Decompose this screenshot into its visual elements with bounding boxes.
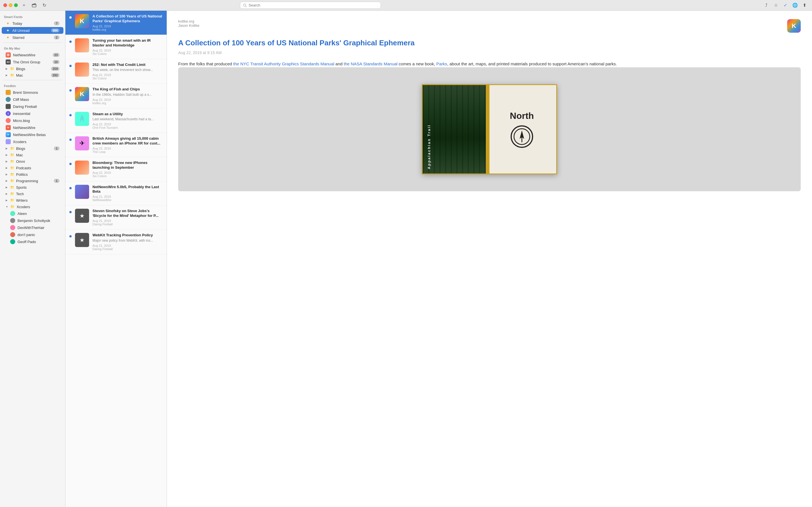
omni-avatar: ●● bbox=[6, 59, 11, 64]
titlebar: ＋ ↻ ⤴ ☆ ✓ 🌐 ⬆ bbox=[0, 0, 812, 11]
sidebar-item-writers[interactable]: ▶ 📁 Writers bbox=[2, 197, 63, 203]
article-excerpt-4: In the 1960s, Haddon Salt built up a s..… bbox=[93, 93, 163, 97]
unread-dot-8 bbox=[69, 187, 71, 189]
article-content-4: The King of Fish and Chips In the 1960s,… bbox=[93, 87, 163, 105]
add-button[interactable]: ＋ bbox=[20, 1, 28, 9]
sidebar-item-politics[interactable]: ▶ 📁 Politics bbox=[2, 171, 63, 177]
sidebar-item-blogs[interactable]: ▶ 📁 Blogs 259 bbox=[2, 66, 63, 72]
article-item-4[interactable]: K The King of Fish and Chips In the 1960… bbox=[65, 83, 167, 108]
refresh-button[interactable]: ↻ bbox=[40, 1, 48, 9]
blogs-folder-icon: 📁 bbox=[10, 66, 14, 71]
article-source-7: Six Colors bbox=[93, 174, 163, 178]
article-source-3: Six Colors bbox=[93, 76, 163, 80]
article-meta-7: Aug 22, 2019 bbox=[93, 171, 163, 174]
omni-label: The Omni Group bbox=[13, 60, 50, 64]
sidebar-item-xcoders[interactable]: Xcoders bbox=[2, 138, 63, 145]
mac-arrow: ▶ bbox=[6, 74, 8, 76]
close-button[interactable] bbox=[3, 3, 7, 7]
sidebar-item-omni[interactable]: ●● The Omni Group 10 bbox=[2, 59, 63, 65]
article-meta-9: Aug 21, 2019 bbox=[93, 219, 163, 223]
sidebar-item-devwith[interactable]: DevWithTheHair bbox=[2, 224, 63, 231]
today-count: 7 bbox=[54, 21, 59, 25]
netnewswire-label: NetNewsWire bbox=[13, 53, 50, 57]
sidebar-item-blogs2[interactable]: ▶ 📁 Blogs 1 bbox=[2, 145, 63, 152]
programming-arrow: ▶ bbox=[6, 179, 8, 182]
article-thumb-1: K bbox=[75, 14, 89, 28]
unread-dot-6 bbox=[69, 138, 71, 141]
sidebar-item-all-unread[interactable]: ✦ All Unread 586 bbox=[2, 27, 63, 34]
article-item-8[interactable]: NetNewsWire 5.0b5, Probably the Last Bet… bbox=[65, 181, 167, 206]
article-item-3[interactable]: 252: Not with That Credit Limit This wee… bbox=[65, 59, 167, 83]
devwith-avatar bbox=[10, 225, 15, 230]
podcasts-folder-icon: 📁 bbox=[10, 166, 14, 170]
mac2-folder-icon: 📁 bbox=[10, 153, 14, 157]
sidebar-item-brent[interactable]: Brent Simmons bbox=[2, 89, 63, 96]
blogs2-arrow: ▶ bbox=[6, 147, 8, 150]
smart-feeds-header: Smart Feeds bbox=[0, 13, 65, 20]
sidebar-item-netnewswire2[interactable]: NetNewsWire bbox=[2, 124, 63, 131]
mac-label: Mac bbox=[16, 73, 49, 77]
share-button[interactable]: ⬆ bbox=[801, 1, 809, 9]
sidebar-item-inessential[interactable]: i inessential bbox=[2, 110, 63, 117]
article-item-7[interactable]: Bloomberg: Three new iPhones launching i… bbox=[65, 157, 167, 181]
sports-label: Sports bbox=[16, 185, 59, 189]
detail-title: A Collection of 100 Years of US National… bbox=[178, 38, 801, 48]
search-input[interactable] bbox=[249, 3, 378, 7]
sidebar-item-mac[interactable]: ▶ 📁 Mac 292 bbox=[2, 72, 63, 78]
article-content-5: Steam as a Utility Last weekend, Massach… bbox=[93, 112, 163, 129]
article-thumb-9: ★ bbox=[75, 209, 89, 223]
share-back-button[interactable]: ⤴ bbox=[762, 1, 770, 9]
article-item-6[interactable]: ✈ British Airways giving all 15,000 cabi… bbox=[65, 133, 167, 157]
aleen-label: Aleen bbox=[17, 212, 59, 216]
search-icon bbox=[243, 3, 247, 7]
open-browser-button[interactable]: 🌐 bbox=[791, 1, 799, 9]
sidebar-item-tech[interactable]: ▶ 📁 Tech bbox=[2, 191, 63, 197]
article-source-6: The Loop bbox=[93, 150, 163, 154]
sidebar-item-benjamin[interactable]: Benjamin Scholtysik bbox=[2, 217, 63, 224]
detail-author: Jason Kottke bbox=[178, 23, 199, 27]
sidebar-item-netnewsbeta[interactable]: NetNewsWire Betas bbox=[2, 131, 63, 138]
xcoders-label: Xcoders bbox=[13, 140, 59, 144]
article-meta-3: Aug 22, 2019 bbox=[93, 73, 163, 76]
brent-label: Brent Simmons bbox=[13, 91, 59, 95]
sidebar-item-today[interactable]: ✦ Today 7 bbox=[2, 20, 63, 27]
detail-link-1[interactable]: the NYC Transit Authority Graphics Stand… bbox=[233, 61, 335, 66]
sidebar-item-podcasts[interactable]: ▶ 📁 Podcasts bbox=[2, 165, 63, 171]
article-item-10[interactable]: ★ WebKit Tracking Prevention Policy Majo… bbox=[65, 230, 167, 254]
sidebar-item-starred[interactable]: ✦ Starred 2 bbox=[2, 34, 63, 41]
article-source-10: Daring Fireball bbox=[93, 247, 163, 251]
article-title-6: British Airways giving all 15,000 cabin … bbox=[93, 136, 163, 146]
sidebar-item-mac2[interactable]: ▶ 📁 Mac bbox=[2, 152, 63, 158]
star-button[interactable]: ☆ bbox=[772, 1, 780, 9]
blogs2-label: Blogs bbox=[16, 147, 52, 151]
detail-site: kottke.org bbox=[178, 19, 199, 23]
article-item-9[interactable]: ★ Steven Sinofsky on Steve Jobs's 'Bicyc… bbox=[65, 205, 167, 230]
appalachian-trail-text: Appalachian Trail bbox=[427, 124, 431, 169]
mark-read-button[interactable]: ✓ bbox=[781, 1, 790, 9]
article-item-selected[interactable]: K A Collection of 100 Years of US Nation… bbox=[65, 11, 167, 35]
detail-link-3[interactable]: Parks bbox=[437, 61, 447, 66]
sidebar-item-omni2[interactable]: ▶ 📁 Omni bbox=[2, 158, 63, 165]
sidebar-item-programming[interactable]: ▶ 📁 Programming 1 bbox=[2, 178, 63, 184]
sidebar-item-sports[interactable]: ▶ 📁 Sports bbox=[2, 184, 63, 190]
article-item-5[interactable]: Steam as a Utility Last weekend, Massach… bbox=[65, 108, 167, 133]
brent-avatar bbox=[6, 90, 11, 95]
on-my-mac-header: On My Mac bbox=[0, 45, 65, 51]
sidebar-item-daring[interactable]: Daring Fireball bbox=[2, 103, 63, 110]
toolbar-right: ⤴ ☆ ✓ 🌐 ⬆ bbox=[762, 1, 809, 9]
sidebar-item-geoff[interactable]: Geoff Pado bbox=[2, 238, 63, 245]
sidebar-item-netnewswire[interactable]: NetNewsWire 23 bbox=[2, 52, 63, 58]
minimize-button[interactable] bbox=[9, 3, 12, 7]
sidebar-item-aleen[interactable]: Aleen bbox=[2, 210, 63, 217]
sidebar-item-dont[interactable]: don't panic bbox=[2, 231, 63, 238]
daring-avatar bbox=[6, 104, 11, 109]
sidebar-item-microblog[interactable]: Micro.blog bbox=[2, 117, 63, 124]
divider-1 bbox=[3, 43, 62, 43]
mac-count: 292 bbox=[51, 73, 59, 77]
sidebar-item-xcoders2[interactable]: ▼ 📁 Xcoders bbox=[2, 204, 63, 210]
fullscreen-button[interactable] bbox=[14, 3, 18, 7]
article-item-2[interactable]: Turning your fan smart with an IR blaste… bbox=[65, 35, 167, 59]
folder-button[interactable] bbox=[30, 1, 38, 9]
detail-link-2[interactable]: the NASA Standards Manual bbox=[344, 61, 398, 66]
sidebar-item-cliff[interactable]: Cliff Mass bbox=[2, 96, 63, 103]
